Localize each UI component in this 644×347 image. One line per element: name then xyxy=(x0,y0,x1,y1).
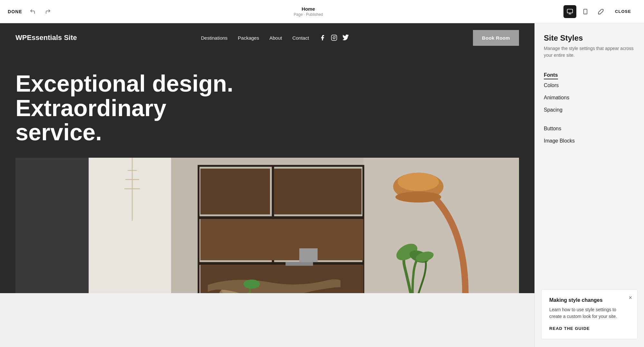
redo-icon xyxy=(45,9,51,15)
svg-rect-13 xyxy=(15,158,89,293)
svg-rect-29 xyxy=(285,262,313,265)
site-preview: WPEssentials Site Destinations Packages … xyxy=(0,23,534,293)
toolbar-right: CLOSE xyxy=(563,5,636,18)
nav-contact[interactable]: Contact xyxy=(292,35,309,41)
toolbar: DONE Home Page · Published xyxy=(0,0,644,23)
svg-rect-12 xyxy=(363,158,519,293)
svg-rect-25 xyxy=(200,219,363,260)
hero-section: Exceptional design. Extraordinary servic… xyxy=(0,52,534,293)
preview-area: WPEssentials Site Destinations Packages … xyxy=(0,23,534,347)
site-nav: Destinations Packages About Contact xyxy=(201,35,349,41)
site-logo: WPEssentials Site xyxy=(15,34,77,42)
undo-icon xyxy=(30,9,35,15)
mobile-icon xyxy=(582,8,588,15)
nav-colors[interactable]: Colors xyxy=(544,79,635,92)
svg-rect-14 xyxy=(89,158,171,293)
svg-point-7 xyxy=(333,37,335,39)
svg-point-33 xyxy=(395,192,441,203)
style-card: × Making style changes Learn how to use … xyxy=(541,289,638,339)
style-card-close-button[interactable]: × xyxy=(629,295,632,301)
svg-rect-6 xyxy=(332,35,337,41)
mobile-view-button[interactable] xyxy=(579,5,592,18)
undo-button[interactable] xyxy=(27,6,38,17)
nav-image-blocks[interactable]: Image Blocks xyxy=(544,135,635,147)
done-button[interactable]: DONE xyxy=(8,9,22,14)
panel-header: Site Styles Manage the style settings th… xyxy=(535,23,644,64)
main-area: WPEssentials Site Destinations Packages … xyxy=(0,23,644,347)
svg-point-39 xyxy=(244,279,260,288)
right-panel: Site Styles Manage the style settings th… xyxy=(534,23,644,347)
svg-rect-24 xyxy=(274,169,361,214)
redo-button[interactable] xyxy=(43,6,53,17)
facebook-icon[interactable] xyxy=(319,35,326,41)
svg-rect-21 xyxy=(198,262,363,265)
style-card-text: Learn how to use style settings to creat… xyxy=(549,306,630,320)
svg-point-32 xyxy=(398,173,439,191)
instagram-icon[interactable] xyxy=(331,35,337,41)
nav-about[interactable]: About xyxy=(269,35,282,41)
twitter-icon[interactable] xyxy=(342,35,349,41)
panel-nav: Fonts Colors Animations Spacing Buttons … xyxy=(535,64,644,152)
panel-title: Site Styles xyxy=(544,34,635,43)
nav-divider xyxy=(544,116,635,123)
svg-rect-20 xyxy=(198,216,363,219)
close-button[interactable]: CLOSE xyxy=(610,6,636,16)
svg-rect-23 xyxy=(200,169,270,214)
svg-rect-30 xyxy=(299,248,318,262)
social-icons xyxy=(319,35,349,41)
svg-point-8 xyxy=(335,36,336,36)
brush-icon xyxy=(598,8,604,15)
nav-destinations[interactable]: Destinations xyxy=(201,35,228,41)
nav-packages[interactable]: Packages xyxy=(238,35,259,41)
toolbar-left: DONE xyxy=(8,6,53,17)
desktop-view-button[interactable] xyxy=(563,5,576,18)
brush-button[interactable] xyxy=(594,5,607,18)
nav-spacing[interactable]: Spacing xyxy=(544,104,635,116)
page-subtitle: Page · Published xyxy=(294,12,323,17)
site-header: WPEssentials Site Destinations Packages … xyxy=(0,23,534,52)
desktop-icon xyxy=(567,8,573,15)
toolbar-center: Home Page · Published xyxy=(294,6,323,17)
nav-fonts[interactable]: Fonts xyxy=(544,69,558,79)
page-title: Home xyxy=(294,6,323,12)
book-room-button[interactable]: Book Room xyxy=(473,30,519,46)
style-card-title: Making style changes xyxy=(549,297,630,303)
hero-headline: Exceptional design. Extraordinary servic… xyxy=(15,72,241,145)
panel-subtitle: Manage the style settings that appear ac… xyxy=(544,45,635,59)
svg-rect-0 xyxy=(567,9,573,13)
hero-image xyxy=(15,158,519,293)
nav-buttons[interactable]: Buttons xyxy=(544,123,635,135)
read-guide-link[interactable]: READ THE GUIDE xyxy=(549,326,590,331)
nav-animations[interactable]: Animations xyxy=(544,92,635,104)
